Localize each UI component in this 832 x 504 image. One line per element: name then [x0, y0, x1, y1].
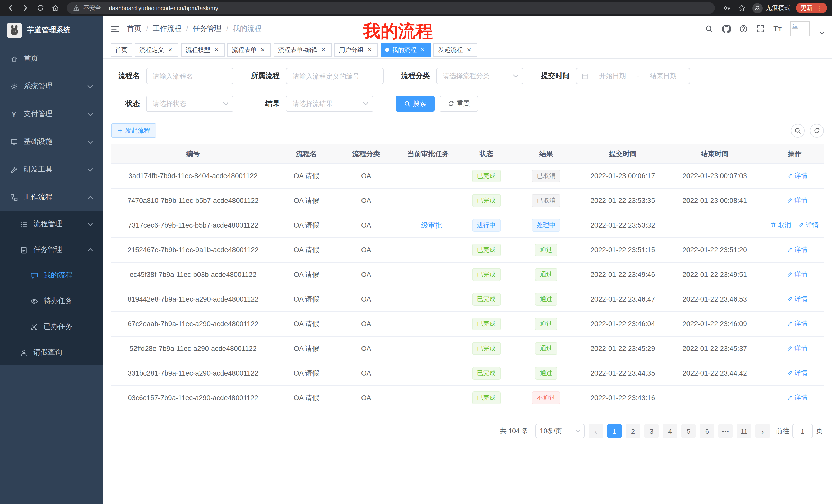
- category-select[interactable]: 请选择流程分类: [436, 68, 523, 84]
- breadcrumb-item[interactable]: 任务管理: [193, 24, 222, 33]
- page-size-select[interactable]: 10条/页: [535, 424, 585, 438]
- detail-link[interactable]: 详情: [798, 221, 818, 230]
- sidebar-item-system[interactable]: 系统管理: [0, 73, 103, 100]
- goto-page-input[interactable]: [792, 424, 813, 438]
- url-text[interactable]: dashboard.yudao.iocoder.cn/bpm/task/my: [109, 5, 218, 11]
- close-icon[interactable]: ×: [213, 46, 220, 53]
- reload-icon[interactable]: [35, 3, 45, 13]
- cell-category: OA: [338, 336, 395, 361]
- breadcrumb-item[interactable]: 首页: [127, 24, 141, 33]
- sidebar-item-done-tasks[interactable]: 已办任务: [0, 314, 103, 340]
- start-date-placeholder[interactable]: 开始日期: [591, 72, 634, 81]
- show-search-icon[interactable]: [791, 123, 805, 137]
- security-label[interactable]: 不安全: [83, 4, 101, 12]
- reset-button[interactable]: 重置: [440, 95, 478, 112]
- browser-menu-icon[interactable]: ⋮: [816, 4, 822, 11]
- search-icon[interactable]: [705, 25, 713, 33]
- close-icon[interactable]: ×: [320, 46, 327, 53]
- breadcrumb-item[interactable]: 工作流程: [153, 24, 182, 33]
- tab[interactable]: 我的流程 ×: [381, 43, 431, 57]
- cell-status: 已完成: [462, 188, 511, 213]
- sidebar-item-devtools[interactable]: 研发工具: [0, 156, 103, 184]
- status-select[interactable]: 请选择状态: [146, 95, 233, 112]
- collapse-menu-icon[interactable]: [110, 24, 119, 33]
- next-page-button[interactable]: ›: [755, 424, 770, 438]
- page-button[interactable]: 4: [663, 424, 677, 438]
- back-icon[interactable]: [5, 3, 16, 13]
- page-button[interactable]: 3: [644, 424, 659, 438]
- tab[interactable]: 流程表单-编辑 ×: [274, 43, 332, 57]
- status-tag: 已完成: [472, 391, 501, 404]
- cell-submit-time: 2022-01-22 23:46:47: [581, 287, 664, 312]
- close-icon[interactable]: ×: [166, 46, 174, 53]
- sidebar-item-leave-query[interactable]: 请假查询: [0, 340, 103, 365]
- cell-task: [395, 188, 462, 213]
- sidebar-item-label: 请假查询: [33, 348, 62, 357]
- avatar[interactable]: [790, 21, 810, 36]
- help-icon[interactable]: [739, 25, 748, 33]
- process-name-input[interactable]: [146, 68, 233, 84]
- tab[interactable]: 流程模型 ×: [181, 43, 225, 57]
- github-icon[interactable]: [722, 24, 731, 33]
- caret-down-icon[interactable]: [820, 31, 824, 34]
- sidebar-item-my-process[interactable]: 我的流程: [0, 262, 103, 288]
- cell-task: [395, 336, 462, 361]
- table-row: 03c6c157-7b9a-11ec-a290-acde48001122 OA …: [111, 386, 824, 410]
- search-button[interactable]: 搜索: [396, 95, 435, 112]
- sidebar-item-pay[interactable]: ¥ 支付管理: [0, 100, 103, 128]
- sidebar-item-todo-tasks[interactable]: 待办任务: [0, 288, 103, 314]
- page-button[interactable]: 1: [607, 424, 622, 438]
- page-button[interactable]: 5: [681, 424, 696, 438]
- tab[interactable]: 发起流程 ×: [434, 43, 477, 57]
- page-size-value: 10条/页: [540, 427, 562, 436]
- detail-link[interactable]: 详情: [787, 394, 807, 402]
- browser-home-icon[interactable]: [50, 3, 60, 13]
- prev-page-button[interactable]: ‹: [589, 424, 603, 438]
- task-link[interactable]: 一级审批: [414, 221, 442, 229]
- font-size-icon[interactable]: TT: [773, 25, 782, 33]
- detail-link[interactable]: 详情: [787, 196, 807, 205]
- close-icon[interactable]: ×: [366, 46, 373, 53]
- page-button[interactable]: •••: [718, 424, 733, 438]
- result-select[interactable]: 请选择流结果: [286, 95, 373, 112]
- detail-link[interactable]: 详情: [787, 369, 807, 377]
- sidebar-item-task-mgmt[interactable]: 任务管理: [0, 237, 103, 262]
- refresh-icon[interactable]: [810, 123, 824, 137]
- close-icon[interactable]: ×: [419, 46, 426, 53]
- search-button-label: 搜索: [413, 99, 426, 108]
- page-button[interactable]: 11: [737, 424, 751, 438]
- update-button[interactable]: 更新 ⋮: [796, 3, 827, 13]
- tab[interactable]: 首页 ×: [110, 43, 132, 57]
- process-def-input[interactable]: [286, 68, 384, 84]
- sidebar-item-process-mgmt[interactable]: 流程管理: [0, 211, 103, 237]
- detail-link[interactable]: 详情: [787, 344, 807, 353]
- cell-id: 819442e8-7b9a-11ec-a290-acde48001122: [111, 287, 275, 312]
- key-icon[interactable]: [722, 3, 732, 13]
- sidebar-item-infra[interactable]: 基础设施: [0, 128, 103, 156]
- page-button[interactable]: 2: [626, 424, 640, 438]
- date-range-picker[interactable]: 开始日期 - 结束日期: [576, 68, 690, 84]
- create-process-button[interactable]: 发起流程: [111, 123, 156, 138]
- sidebar-item-home[interactable]: 首页: [0, 45, 103, 73]
- detail-link[interactable]: 详情: [787, 172, 807, 180]
- end-date-placeholder[interactable]: 结束日期: [642, 72, 684, 81]
- tab[interactable]: 流程表单 ×: [227, 43, 271, 57]
- address-bar[interactable]: 不安全 dashboard.yudao.iocoder.cn/bpm/task/…: [67, 2, 715, 14]
- page-button[interactable]: 6: [700, 424, 714, 438]
- detail-link[interactable]: 详情: [787, 246, 807, 254]
- cancel-link[interactable]: 取消: [771, 221, 791, 230]
- detail-link[interactable]: 详情: [787, 319, 807, 328]
- cell-name: OA 请假: [275, 213, 338, 237]
- fullscreen-icon[interactable]: [756, 25, 765, 33]
- forward-icon[interactable]: [20, 3, 30, 13]
- close-icon[interactable]: ×: [259, 46, 266, 53]
- bookmark-star-icon[interactable]: [736, 3, 747, 13]
- detail-link-label: 详情: [795, 344, 807, 353]
- tab[interactable]: 流程定义 ×: [135, 43, 178, 57]
- task-mgmt-submenu: 我的流程 待办任务 已办任务: [0, 262, 103, 340]
- detail-link[interactable]: 详情: [787, 295, 807, 304]
- close-icon[interactable]: ×: [465, 46, 473, 53]
- tab[interactable]: 用户分组 ×: [334, 43, 378, 57]
- detail-link[interactable]: 详情: [787, 270, 807, 279]
- sidebar-item-workflow[interactable]: 工作流程: [0, 184, 103, 211]
